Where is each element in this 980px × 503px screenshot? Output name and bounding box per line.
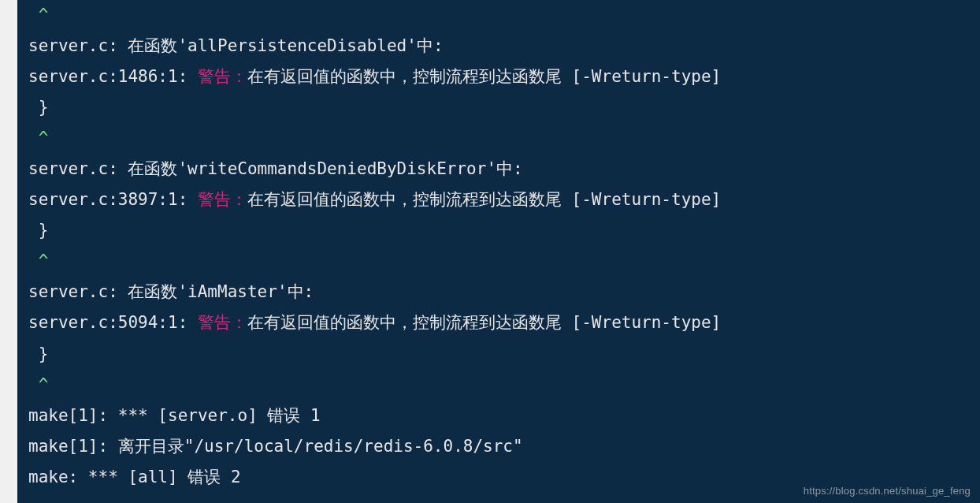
terminal-line: server.c:3897:1: 警告：在有返回值的函数中，控制流程到达函数尾 … bbox=[28, 184, 980, 215]
terminal-line: server.c: 在函数'allPersistenceDisabled'中: bbox=[28, 31, 980, 61]
warning-message: 在有返回值的函数中，控制流程到达函数尾 [-Wreturn-type] bbox=[247, 67, 721, 86]
terminal-line: make[1]: 离开目录"/usr/local/redis/redis-6.0… bbox=[28, 431, 980, 462]
terminal-line: server.c: 在函数'iAmMaster'中: bbox=[28, 277, 980, 307]
compile-context-suffix: '中: bbox=[486, 159, 522, 178]
compile-context-prefix: server.c: 在函数' bbox=[28, 36, 187, 55]
terminal-line: server.c:1486:1: 警告：在有返回值的函数中，控制流程到达函数尾 … bbox=[28, 61, 980, 92]
source-location: server.c:3897:1: bbox=[28, 190, 198, 209]
terminal-line: ^ bbox=[28, 370, 980, 401]
plain-output: make[1]: 离开目录"/usr/local/redis/redis-6.0… bbox=[28, 437, 523, 456]
terminal-line: } bbox=[28, 339, 980, 370]
terminal-line: ^ bbox=[28, 246, 980, 277]
warning-message: 在有返回值的函数中，控制流程到达函数尾 [-Wreturn-type] bbox=[247, 190, 721, 209]
terminal-line: ^ bbox=[28, 0, 980, 31]
function-name: writeCommandsDeniedByDiskError bbox=[187, 159, 486, 178]
caret-marker: ^ bbox=[28, 129, 48, 147]
caret-marker: ^ bbox=[28, 375, 48, 394]
terminal-line: server.c:5094:1: 警告：在有返回值的函数中，控制流程到达函数尾 … bbox=[28, 307, 980, 338]
terminal-line: make: *** [all] 错误 2 bbox=[28, 462, 980, 493]
warning-message: 在有返回值的函数中，控制流程到达函数尾 [-Wreturn-type] bbox=[247, 313, 721, 332]
plain-output: } bbox=[28, 98, 48, 117]
plain-output: make[1]: *** [server.o] 错误 1 bbox=[28, 406, 321, 425]
function-name: iAmMaster bbox=[187, 282, 277, 301]
plain-output: } bbox=[28, 221, 48, 240]
warning-label: 警告： bbox=[198, 313, 247, 332]
plain-output: make: *** [all] 错误 2 bbox=[28, 468, 241, 486]
terminal-line: } bbox=[28, 92, 980, 123]
terminal-output: ^server.c: 在函数'allPersistenceDisabled'中:… bbox=[17, 0, 980, 503]
left-gutter bbox=[0, 0, 17, 503]
compile-context-suffix: '中: bbox=[406, 36, 443, 55]
compile-context-prefix: server.c: 在函数' bbox=[28, 282, 187, 301]
warning-label: 警告： bbox=[198, 190, 247, 209]
plain-output: } bbox=[28, 345, 48, 363]
terminal-line: } bbox=[28, 215, 980, 246]
terminal-line: ^ bbox=[28, 123, 980, 154]
function-name: allPersistenceDisabled bbox=[187, 36, 406, 55]
compile-context-suffix: '中: bbox=[277, 282, 314, 301]
warning-label: 警告： bbox=[198, 67, 247, 86]
caret-marker: ^ bbox=[28, 6, 48, 24]
source-location: server.c:5094:1: bbox=[28, 313, 198, 332]
compile-context-prefix: server.c: 在函数' bbox=[28, 159, 187, 178]
source-location: server.c:1486:1: bbox=[28, 67, 198, 86]
terminal-line: server.c: 在函数'writeCommandsDeniedByDiskE… bbox=[28, 154, 980, 184]
caret-marker: ^ bbox=[28, 251, 48, 270]
terminal-line: make[1]: *** [server.o] 错误 1 bbox=[28, 401, 980, 431]
